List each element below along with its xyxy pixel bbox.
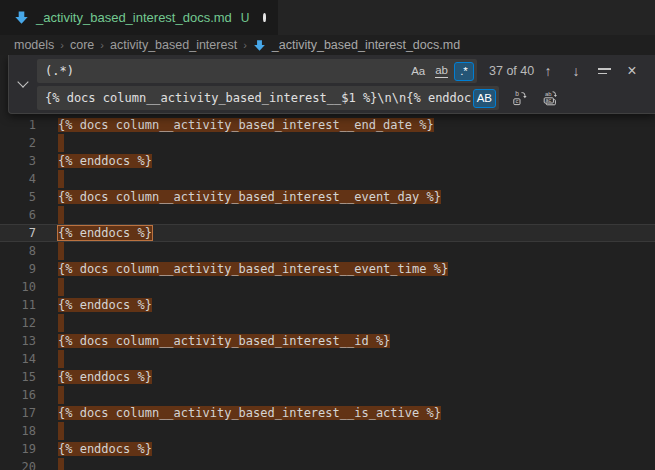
breadcrumb: models › core › activity_based_interest … (0, 35, 655, 55)
editor-line[interactable]: 10 (0, 278, 655, 296)
editor-line[interactable]: 14 (0, 350, 655, 368)
replace-row: {% docs column__activity_based_interest_… (37, 86, 647, 110)
editor-line[interactable]: 20 (0, 458, 655, 470)
editor-line[interactable]: 5 {% docs column__activity_based_interes… (0, 188, 655, 206)
line-content[interactable]: {% enddocs %} (46, 440, 655, 458)
editor-line[interactable]: 3 {% enddocs %} (0, 152, 655, 170)
line-content[interactable] (46, 422, 655, 440)
chevron-down-icon (17, 76, 28, 87)
breadcrumb-models[interactable]: models (14, 38, 54, 52)
replace-button[interactable]: b c (509, 87, 531, 109)
git-status-badge: U (241, 11, 250, 25)
line-content[interactable] (46, 386, 655, 404)
editor-line[interactable]: 9 {% docs column__activity_based_interes… (0, 260, 655, 278)
editor-line[interactable]: 2 (0, 134, 655, 152)
previous-match-button[interactable]: ↑ (537, 60, 559, 82)
line-number: 13 (0, 332, 46, 350)
line-number: 11 (0, 296, 46, 314)
line-content[interactable] (46, 314, 655, 332)
editor-pane: 1 {% docs column__activity_based_interes… (0, 55, 655, 470)
breadcrumb-file[interactable]: _activity_based_interest_docs.md (272, 38, 460, 52)
line-content[interactable] (46, 458, 655, 470)
replace-all-icon: ab ac (542, 90, 558, 106)
editor-line[interactable]: 16 (0, 386, 655, 404)
replace-icon: b c (512, 90, 528, 106)
line-content[interactable] (46, 206, 655, 224)
line-content[interactable] (46, 170, 655, 188)
line-number: 14 (0, 350, 46, 368)
breadcrumb-separator: › (60, 39, 64, 51)
line-number: 19 (0, 440, 46, 458)
match-case-toggle[interactable]: Aa (407, 62, 429, 81)
line-number: 17 (0, 404, 46, 422)
editor-lines[interactable]: 1 {% docs column__activity_based_interes… (0, 55, 655, 470)
editor-line[interactable]: 17 {% docs column__activity_based_intere… (0, 404, 655, 422)
editor-line[interactable]: 1 {% docs column__activity_based_interes… (0, 116, 655, 134)
line-number: 2 (0, 134, 46, 152)
editor-line[interactable]: 12 (0, 314, 655, 332)
line-number: 5 (0, 188, 46, 206)
editor-line[interactable]: 19 {% enddocs %} (0, 440, 655, 458)
find-in-selection-button[interactable] (593, 60, 615, 82)
svg-text:ac: ac (546, 97, 552, 103)
line-number: 10 (0, 278, 46, 296)
arrow-up-icon: ↑ (545, 63, 552, 79)
editor-line[interactable]: 8 (0, 242, 655, 260)
editor-line[interactable]: 18 (0, 422, 655, 440)
line-number: 9 (0, 260, 46, 278)
replace-input[interactable]: {% docs column__activity_based_interest_… (37, 86, 499, 110)
svg-text:b: b (515, 90, 519, 97)
line-content[interactable]: {% docs column__activity_based_interest_… (46, 260, 655, 278)
line-content[interactable]: {% docs column__activity_based_interest_… (46, 332, 655, 350)
tab-bar: _activity_based_interest_docs.md U (0, 0, 655, 35)
line-content[interactable] (46, 278, 655, 296)
line-number: 4 (0, 170, 46, 188)
line-content[interactable]: {% docs column__activity_based_interest_… (46, 188, 655, 206)
editor-line[interactable]: 4 (0, 170, 655, 188)
line-number: 12 (0, 314, 46, 332)
find-input-value: (.*) (45, 64, 405, 78)
line-number: 1 (0, 116, 46, 134)
tab-filename: _activity_based_interest_docs.md (36, 10, 232, 25)
line-number: 15 (0, 368, 46, 386)
editor-line[interactable]: 13 {% docs column__activity_based_intere… (0, 332, 655, 350)
line-number: 6 (0, 206, 46, 224)
line-content[interactable]: {% docs column__activity_based_interest_… (46, 404, 655, 422)
tab-activity-docs[interactable]: _activity_based_interest_docs.md U (0, 0, 278, 35)
svg-text:ab: ab (545, 91, 552, 97)
line-number: 8 (0, 242, 46, 260)
line-content[interactable] (46, 350, 655, 368)
line-number: 20 (0, 458, 46, 470)
vscode-window: _activity_based_interest_docs.md U model… (0, 0, 655, 470)
line-content[interactable] (46, 242, 655, 260)
line-number: 7 (0, 224, 46, 242)
line-content[interactable]: {% enddocs %} (46, 296, 655, 314)
next-match-button[interactable]: ↓ (565, 60, 587, 82)
breadcrumb-separator: › (100, 39, 104, 51)
match-count: 37 of 40 (489, 64, 534, 78)
preserve-case-toggle[interactable]: AB (473, 89, 496, 108)
breadcrumb-core[interactable]: core (70, 38, 94, 52)
editor-line[interactable]: 11 {% enddocs %} (0, 296, 655, 314)
breadcrumb-activity-based-interest[interactable]: activity_based_interest (110, 38, 237, 52)
replace-all-button[interactable]: ab ac (539, 87, 561, 109)
line-content[interactable]: {% docs column__activity_based_interest_… (46, 116, 655, 134)
markdown-file-icon (14, 10, 29, 25)
editor-line[interactable]: 6 (0, 206, 655, 224)
editor-line[interactable]: 15 {% enddocs %} (0, 368, 655, 386)
regex-toggle[interactable]: .* (454, 62, 474, 81)
toggle-replace-button[interactable] (9, 55, 37, 113)
svg-text:c: c (515, 98, 518, 104)
find-input[interactable]: (.*) Aa ab .* (37, 59, 477, 83)
whole-word-toggle[interactable]: ab (431, 62, 452, 81)
line-content[interactable] (46, 134, 655, 152)
modified-indicator[interactable] (263, 13, 266, 22)
line-content[interactable]: {% enddocs %} (46, 368, 655, 386)
line-content[interactable]: {% enddocs %} (46, 224, 655, 242)
editor-line[interactable]: 7 {% enddocs %} (0, 224, 655, 242)
breadcrumb-separator: › (243, 39, 247, 51)
find-replace-widget: (.*) Aa ab .* 37 of 40 ↑ ↓ × (8, 55, 655, 114)
arrow-down-icon: ↓ (573, 63, 580, 79)
line-content[interactable]: {% enddocs %} (46, 152, 655, 170)
close-find-widget-button[interactable]: × (621, 60, 643, 82)
